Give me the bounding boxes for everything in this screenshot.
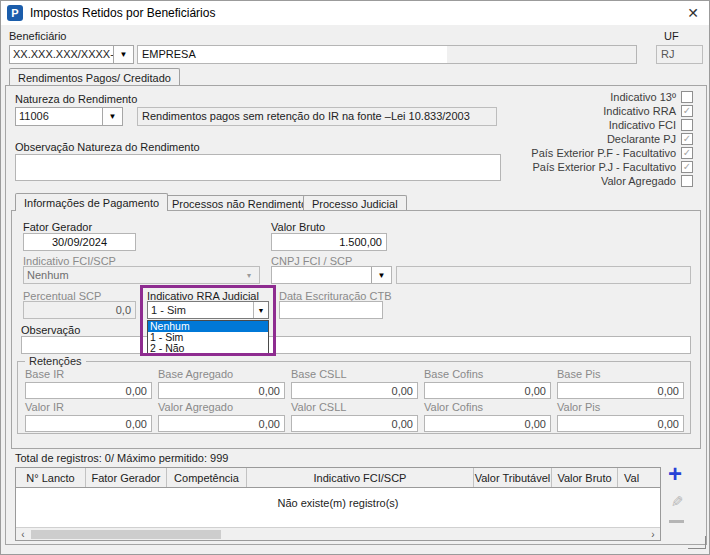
base-agregado-label: Base Agregado bbox=[158, 368, 285, 380]
valor-cofins-label: Valor Cofins bbox=[424, 401, 551, 413]
edit-record-icon[interactable]: ✎ bbox=[671, 493, 684, 511]
scroll-right-icon[interactable]: › bbox=[646, 528, 660, 541]
col-valor-tributavel: Valor Tributável bbox=[474, 468, 552, 487]
natureza-label: Natureza do Rendimento bbox=[15, 93, 137, 105]
rra-judicial-dropdown-icon[interactable]: ▼ bbox=[253, 302, 268, 318]
cnpj-fci-scp-dropdown-icon[interactable]: ▼ bbox=[371, 267, 391, 283]
valor-bruto-field[interactable]: 1.500,00 bbox=[271, 233, 387, 251]
cnpj-fci-scp-combo[interactable]: ▼ bbox=[271, 266, 392, 284]
observacao-field[interactable] bbox=[21, 336, 691, 354]
base-ir-label: Base IR bbox=[25, 368, 152, 380]
scroll-left-icon[interactable]: ‹ bbox=[16, 528, 30, 541]
retencoes-groupbox: Retenções Base IR0,00 Base Agregado0,00 … bbox=[17, 361, 691, 434]
beneficiario-combo[interactable]: XX.XXX.XXX/XXXX-XX ▼ bbox=[9, 45, 134, 64]
declarante-pj-label: Declarante PJ bbox=[401, 133, 676, 145]
fator-gerador-field[interactable]: 30/09/2024 bbox=[23, 233, 136, 251]
cnpj-fci-scp-value bbox=[272, 267, 371, 283]
resize-grip[interactable] bbox=[688, 536, 706, 549]
records-summary: Total de registros: 0/ Máximo permitido:… bbox=[15, 452, 228, 464]
valor-bruto-label: Valor Bruto bbox=[271, 221, 325, 233]
valor-cofins-field[interactable]: 0,00 bbox=[424, 415, 551, 432]
valor-agregado-checkbox[interactable] bbox=[681, 175, 693, 187]
base-cofins-label: Base Cofins bbox=[424, 368, 551, 380]
tab-processos-nao-rendimento[interactable]: Processos não Rendimento bbox=[163, 195, 316, 211]
natureza-dropdown-icon[interactable]: ▼ bbox=[102, 108, 122, 125]
remove-record-icon[interactable] bbox=[669, 520, 684, 523]
add-record-icon[interactable]: + bbox=[668, 464, 682, 484]
pais-exterior-pf-checkbox[interactable]: ✓ bbox=[681, 147, 693, 159]
rra-judicial-dropdown-list: Nenhum 1 - Sim 2 - Não bbox=[147, 320, 269, 355]
indicator-row: Declarante PJ ✓ bbox=[401, 132, 693, 145]
valor-csll-label: Valor CSLL bbox=[291, 401, 418, 413]
natureza-code: 11006 bbox=[16, 108, 102, 125]
valor-agregado-label: Valor Agregado bbox=[158, 401, 285, 413]
indicator-row: Indicativo 13º bbox=[401, 90, 693, 103]
grid-empty-message: Não existe(m) registro(s) bbox=[16, 488, 660, 509]
retencoes-legend: Retenções bbox=[25, 355, 86, 367]
observacao-label: Observação bbox=[21, 324, 80, 336]
pais-exterior-pj-checkbox[interactable]: ✓ bbox=[681, 161, 693, 173]
base-agregado-field[interactable]: 0,00 bbox=[158, 382, 285, 399]
tab-processo-judicial[interactable]: Processo Judicial bbox=[303, 195, 407, 211]
grid-header: N° Lancto Fator Gerador Competência Indi… bbox=[16, 468, 660, 488]
obs-natureza-field[interactable] bbox=[15, 154, 501, 181]
check-glyph: ✓ bbox=[683, 134, 691, 144]
indicativo-fci-scp-combo: Nenhum ▾ bbox=[23, 266, 260, 284]
valor-pis-field[interactable]: 0,00 bbox=[557, 415, 684, 432]
col-fator-gerador: Fator Gerador bbox=[86, 468, 167, 487]
col-valor-bruto: Valor Bruto bbox=[552, 468, 618, 487]
fator-gerador-label: Fator Gerador bbox=[23, 221, 92, 233]
base-cofins-field[interactable]: 0,00 bbox=[424, 382, 551, 399]
valor-agregado-field[interactable]: 0,00 bbox=[158, 415, 285, 432]
valor-pis-label: Valor Pis bbox=[557, 401, 684, 413]
valor-ir-field[interactable]: 0,00 bbox=[25, 415, 152, 432]
declarante-pj-checkbox[interactable]: ✓ bbox=[681, 133, 693, 145]
valor-ir-label: Valor IR bbox=[25, 401, 152, 413]
col-val: Val bbox=[618, 468, 660, 487]
indicativo-fci-scp-dropdown-icon: ▾ bbox=[239, 267, 259, 283]
indicator-row: Indicativo RRA ✓ bbox=[401, 104, 693, 117]
data-ctb-field[interactable] bbox=[279, 301, 383, 319]
titlebar: P Impostos Retidos por Beneficiários ✕ bbox=[1, 1, 709, 25]
indicativo-fci-checkbox[interactable] bbox=[681, 119, 693, 131]
tab-informacoes-pagamento[interactable]: Informações de Pagamento bbox=[15, 193, 168, 211]
rra-judicial-value: 1 - Sim bbox=[148, 302, 253, 318]
beneficiario-code: XX.XXX.XXX/XXXX-XX bbox=[10, 46, 113, 63]
beneficiario-name-field: EMPRESA bbox=[137, 45, 637, 64]
beneficiario-label: Beneficiário bbox=[9, 30, 66, 42]
obs-natureza-label: Observação Natureza do Rendimento bbox=[15, 141, 200, 153]
base-csll-label: Base CSLL bbox=[291, 368, 418, 380]
base-pis-label: Base Pis bbox=[557, 368, 684, 380]
indicativo-13-checkbox[interactable] bbox=[681, 91, 693, 103]
grid-horizontal-scrollbar[interactable]: ‹ › bbox=[16, 527, 660, 540]
app-icon: P bbox=[7, 5, 23, 21]
base-ir-field[interactable]: 0,00 bbox=[25, 382, 152, 399]
col-competencia: Competência bbox=[167, 468, 247, 487]
check-glyph: ✓ bbox=[683, 106, 691, 116]
records-grid: N° Lancto Fator Gerador Competência Indi… bbox=[15, 467, 661, 541]
check-glyph: ✓ bbox=[683, 162, 691, 172]
base-pis-field[interactable]: 0,00 bbox=[557, 382, 684, 399]
scrollbar-thumb[interactable] bbox=[31, 530, 221, 539]
dropdown-option-nao[interactable]: 2 - Não bbox=[148, 343, 268, 354]
indicativo-rra-label: Indicativo RRA bbox=[401, 105, 676, 117]
uf-label: UF bbox=[664, 30, 679, 42]
uf-field: RJ bbox=[656, 45, 703, 64]
indicativo-13-label: Indicativo 13º bbox=[401, 91, 676, 103]
base-csll-field[interactable]: 0,00 bbox=[291, 382, 418, 399]
check-glyph: ✓ bbox=[683, 148, 691, 158]
col-indicativo-fci-scp: Indicativo FCI/SCP bbox=[247, 468, 474, 487]
valor-csll-field[interactable]: 0,00 bbox=[291, 415, 418, 432]
indicativo-fci-scp-value: Nenhum bbox=[24, 267, 239, 283]
indicator-row: Indicativo FCI bbox=[401, 118, 693, 131]
rra-judicial-combo[interactable]: 1 - Sim ▼ bbox=[147, 301, 269, 319]
col-n-lancto: N° Lancto bbox=[16, 468, 86, 487]
cnpj-fci-scp-desc-field bbox=[396, 266, 691, 284]
dialog-window: P Impostos Retidos por Beneficiários ✕ B… bbox=[0, 0, 710, 555]
tab-rendimentos-pagos[interactable]: Rendimentos Pagos/ Creditado bbox=[9, 68, 180, 86]
natureza-combo[interactable]: 11006 ▼ bbox=[15, 107, 123, 126]
percentual-scp-field: 0,0 bbox=[23, 301, 136, 319]
close-icon[interactable]: ✕ bbox=[687, 5, 699, 21]
beneficiario-dropdown-icon[interactable]: ▼ bbox=[113, 46, 133, 63]
indicativo-rra-checkbox[interactable]: ✓ bbox=[681, 105, 693, 117]
